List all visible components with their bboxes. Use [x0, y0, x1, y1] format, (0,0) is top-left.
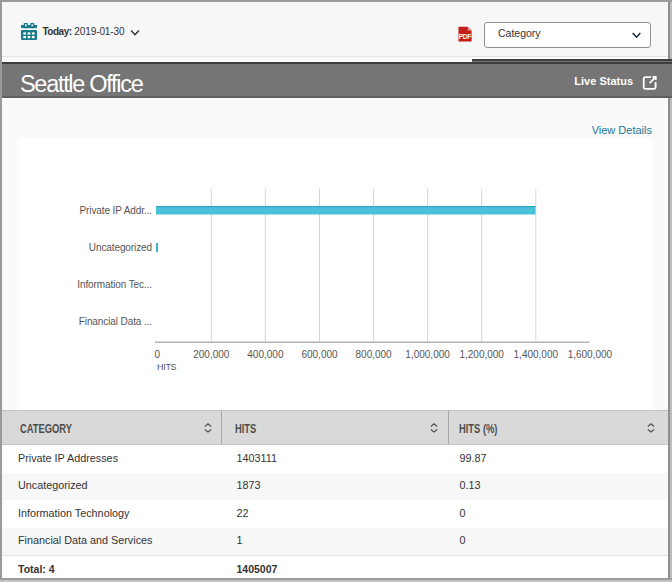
svg-text:1,400,000: 1,400,000	[514, 349, 559, 360]
svg-text:PDF: PDF	[459, 33, 472, 40]
svg-text:1,000,000: 1,000,000	[405, 349, 450, 360]
svg-text:0: 0	[154, 349, 160, 360]
svg-text:Uncategorized: Uncategorized	[89, 242, 152, 253]
svg-text:1,200,000: 1,200,000	[459, 349, 504, 360]
svg-text:600,000: 600,000	[301, 349, 338, 360]
svg-text:HITS: HITS	[157, 362, 177, 372]
svg-text:Private IP Addr...: Private IP Addr...	[79, 205, 152, 216]
svg-text:Information Tec...: Information Tec...	[77, 279, 152, 290]
svg-text:1,600,000: 1,600,000	[568, 349, 613, 360]
svg-text:400,000: 400,000	[247, 349, 284, 360]
svg-text:Financial Data ...: Financial Data ...	[79, 316, 152, 327]
svg-text:800,000: 800,000	[356, 349, 393, 360]
svg-text:200,000: 200,000	[193, 349, 230, 360]
